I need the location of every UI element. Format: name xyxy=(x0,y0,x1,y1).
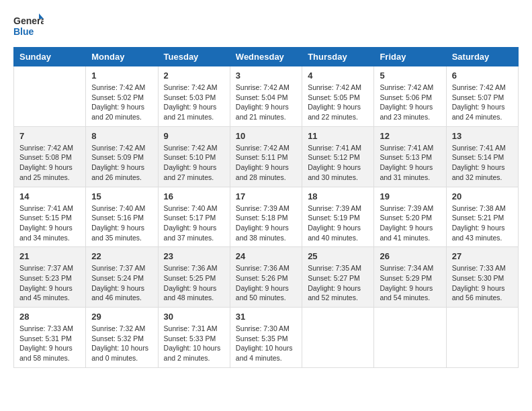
day-info: Sunrise: 7:42 AM Sunset: 5:07 PM Dayligh… xyxy=(452,83,513,122)
day-info: Sunrise: 7:31 AM Sunset: 5:33 PM Dayligh… xyxy=(164,324,224,363)
calendar-table: SundayMondayTuesdayWednesdayThursdayFrid… xyxy=(13,47,519,368)
day-cell: 19Sunrise: 7:39 AM Sunset: 5:20 PM Dayli… xyxy=(374,187,446,247)
day-info: Sunrise: 7:34 AM Sunset: 5:29 PM Dayligh… xyxy=(380,263,440,303)
header-row: SundayMondayTuesdayWednesdayThursdayFrid… xyxy=(14,48,519,66)
logo: GeneralBlue xyxy=(13,13,44,40)
day-info: Sunrise: 7:38 AM Sunset: 5:21 PM Dayligh… xyxy=(452,203,513,243)
day-cell: 28Sunrise: 7:33 AM Sunset: 5:31 PM Dayli… xyxy=(14,308,86,368)
col-header-saturday: Saturday xyxy=(446,48,518,66)
day-number: 10 xyxy=(236,131,296,141)
day-number: 12 xyxy=(380,131,440,141)
day-number: 13 xyxy=(452,131,513,141)
day-number: 29 xyxy=(91,312,152,322)
day-info: Sunrise: 7:40 AM Sunset: 5:16 PM Dayligh… xyxy=(91,203,152,243)
day-info: Sunrise: 7:42 AM Sunset: 5:05 PM Dayligh… xyxy=(308,83,368,122)
day-cell: 14Sunrise: 7:41 AM Sunset: 5:15 PM Dayli… xyxy=(14,187,86,247)
day-info: Sunrise: 7:36 AM Sunset: 5:25 PM Dayligh… xyxy=(164,263,224,303)
day-cell: 18Sunrise: 7:39 AM Sunset: 5:19 PM Dayli… xyxy=(302,187,374,247)
calendar-header: SundayMondayTuesdayWednesdayThursdayFrid… xyxy=(14,48,519,66)
day-info: Sunrise: 7:41 AM Sunset: 5:12 PM Dayligh… xyxy=(308,143,368,183)
day-cell xyxy=(302,308,374,368)
day-cell: 4Sunrise: 7:42 AM Sunset: 5:05 PM Daylig… xyxy=(302,66,374,127)
day-cell xyxy=(14,66,86,127)
day-number: 19 xyxy=(380,191,440,201)
day-number: 30 xyxy=(164,312,224,322)
day-cell: 24Sunrise: 7:36 AM Sunset: 5:26 PM Dayli… xyxy=(230,247,302,308)
day-cell: 30Sunrise: 7:31 AM Sunset: 5:33 PM Dayli… xyxy=(158,308,230,368)
day-cell: 3Sunrise: 7:42 AM Sunset: 5:04 PM Daylig… xyxy=(230,66,302,127)
day-number: 15 xyxy=(91,191,152,201)
day-info: Sunrise: 7:41 AM Sunset: 5:14 PM Dayligh… xyxy=(452,143,513,183)
day-number: 31 xyxy=(236,312,296,322)
day-cell: 16Sunrise: 7:40 AM Sunset: 5:17 PM Dayli… xyxy=(158,187,230,247)
logo-svg: GeneralBlue xyxy=(13,13,44,40)
day-number: 3 xyxy=(236,71,296,81)
day-number: 8 xyxy=(91,131,152,141)
day-cell: 22Sunrise: 7:37 AM Sunset: 5:24 PM Dayli… xyxy=(86,247,158,308)
col-header-monday: Monday xyxy=(86,48,158,66)
day-number: 21 xyxy=(19,251,80,261)
col-header-friday: Friday xyxy=(374,48,446,66)
day-number: 17 xyxy=(236,191,296,201)
day-info: Sunrise: 7:37 AM Sunset: 5:24 PM Dayligh… xyxy=(91,263,152,303)
calendar-body: 1Sunrise: 7:42 AM Sunset: 5:02 PM Daylig… xyxy=(14,66,519,368)
day-number: 26 xyxy=(380,251,440,261)
day-cell: 7Sunrise: 7:42 AM Sunset: 5:08 PM Daylig… xyxy=(14,126,86,187)
week-row-1: 1Sunrise: 7:42 AM Sunset: 5:02 PM Daylig… xyxy=(14,66,519,127)
day-number: 18 xyxy=(308,191,368,201)
day-info: Sunrise: 7:33 AM Sunset: 5:31 PM Dayligh… xyxy=(19,324,80,363)
day-number: 6 xyxy=(452,71,513,81)
col-header-sunday: Sunday xyxy=(14,48,86,66)
day-info: Sunrise: 7:32 AM Sunset: 5:32 PM Dayligh… xyxy=(91,324,152,363)
day-info: Sunrise: 7:42 AM Sunset: 5:08 PM Dayligh… xyxy=(19,143,80,183)
week-row-3: 14Sunrise: 7:41 AM Sunset: 5:15 PM Dayli… xyxy=(14,187,519,247)
day-info: Sunrise: 7:39 AM Sunset: 5:19 PM Dayligh… xyxy=(308,203,368,243)
day-cell: 17Sunrise: 7:39 AM Sunset: 5:18 PM Dayli… xyxy=(230,187,302,247)
day-info: Sunrise: 7:42 AM Sunset: 5:10 PM Dayligh… xyxy=(164,143,224,183)
day-info: Sunrise: 7:37 AM Sunset: 5:23 PM Dayligh… xyxy=(19,263,80,303)
day-cell: 26Sunrise: 7:34 AM Sunset: 5:29 PM Dayli… xyxy=(374,247,446,308)
day-number: 22 xyxy=(91,251,152,261)
day-info: Sunrise: 7:42 AM Sunset: 5:02 PM Dayligh… xyxy=(91,83,152,122)
day-number: 25 xyxy=(308,251,368,261)
day-cell: 2Sunrise: 7:42 AM Sunset: 5:03 PM Daylig… xyxy=(158,66,230,127)
day-number: 2 xyxy=(164,71,224,81)
day-cell: 21Sunrise: 7:37 AM Sunset: 5:23 PM Dayli… xyxy=(14,247,86,308)
day-cell xyxy=(446,308,518,368)
day-cell: 8Sunrise: 7:42 AM Sunset: 5:09 PM Daylig… xyxy=(86,126,158,187)
day-number: 28 xyxy=(19,312,80,322)
day-number: 5 xyxy=(380,71,440,81)
day-info: Sunrise: 7:42 AM Sunset: 5:04 PM Dayligh… xyxy=(236,83,296,122)
day-cell xyxy=(374,308,446,368)
day-cell: 1Sunrise: 7:42 AM Sunset: 5:02 PM Daylig… xyxy=(86,66,158,127)
day-number: 14 xyxy=(19,191,80,201)
col-header-tuesday: Tuesday xyxy=(158,48,230,66)
day-number: 4 xyxy=(308,71,368,81)
week-row-4: 21Sunrise: 7:37 AM Sunset: 5:23 PM Dayli… xyxy=(14,247,519,308)
day-cell: 20Sunrise: 7:38 AM Sunset: 5:21 PM Dayli… xyxy=(446,187,518,247)
day-info: Sunrise: 7:39 AM Sunset: 5:18 PM Dayligh… xyxy=(236,203,296,243)
week-row-2: 7Sunrise: 7:42 AM Sunset: 5:08 PM Daylig… xyxy=(14,126,519,187)
day-info: Sunrise: 7:42 AM Sunset: 5:03 PM Dayligh… xyxy=(164,83,224,122)
day-cell: 6Sunrise: 7:42 AM Sunset: 5:07 PM Daylig… xyxy=(446,66,518,127)
day-info: Sunrise: 7:35 AM Sunset: 5:27 PM Dayligh… xyxy=(308,263,368,303)
day-info: Sunrise: 7:41 AM Sunset: 5:15 PM Dayligh… xyxy=(19,203,80,243)
day-number: 11 xyxy=(308,131,368,141)
day-number: 23 xyxy=(164,251,224,261)
day-info: Sunrise: 7:40 AM Sunset: 5:17 PM Dayligh… xyxy=(164,203,224,243)
day-info: Sunrise: 7:30 AM Sunset: 5:35 PM Dayligh… xyxy=(236,324,296,363)
day-number: 7 xyxy=(19,131,80,141)
day-number: 9 xyxy=(164,131,224,141)
day-cell: 25Sunrise: 7:35 AM Sunset: 5:27 PM Dayli… xyxy=(302,247,374,308)
day-number: 1 xyxy=(91,71,152,81)
day-cell: 12Sunrise: 7:41 AM Sunset: 5:13 PM Dayli… xyxy=(374,126,446,187)
day-cell: 27Sunrise: 7:33 AM Sunset: 5:30 PM Dayli… xyxy=(446,247,518,308)
day-info: Sunrise: 7:42 AM Sunset: 5:06 PM Dayligh… xyxy=(380,83,440,122)
day-number: 16 xyxy=(164,191,224,201)
day-cell: 31Sunrise: 7:30 AM Sunset: 5:35 PM Dayli… xyxy=(230,308,302,368)
day-info: Sunrise: 7:39 AM Sunset: 5:20 PM Dayligh… xyxy=(380,203,440,243)
day-number: 20 xyxy=(452,191,513,201)
page-header: GeneralBlue xyxy=(13,13,519,40)
day-cell: 29Sunrise: 7:32 AM Sunset: 5:32 PM Dayli… xyxy=(86,308,158,368)
week-row-5: 28Sunrise: 7:33 AM Sunset: 5:31 PM Dayli… xyxy=(14,308,519,368)
